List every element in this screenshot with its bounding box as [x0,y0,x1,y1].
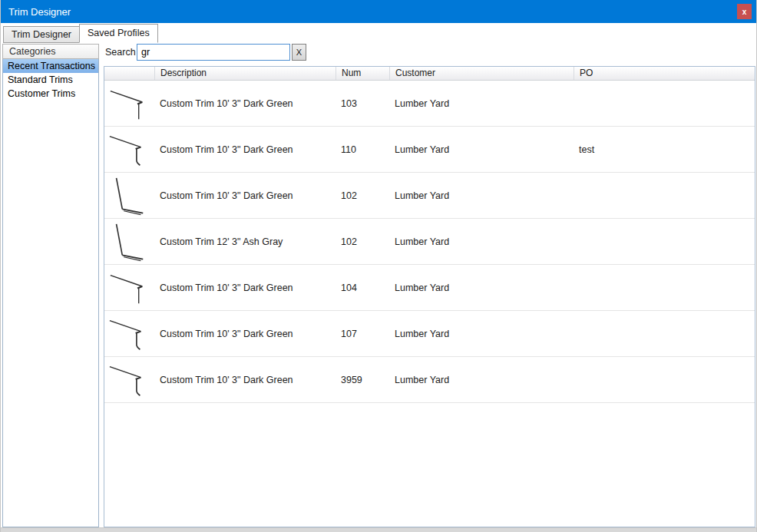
app-window: Trim Designer x Trim DesignerSaved Profi… [0,0,757,532]
tab-strip: Trim DesignerSaved Profiles [1,23,756,43]
row-customer: Lumber Yard [389,144,574,155]
column-header-description[interactable]: Description [154,67,336,80]
search-label: Search [105,45,136,61]
profile-hem-icon [104,311,154,357]
table-row[interactable]: Custom Trim 10' 3" Dark Green104Lumber Y… [104,265,755,311]
sidebar-item-recent-transactions[interactable]: Recent Transactions [3,59,98,73]
row-customer: Lumber Yard [389,329,574,339]
profile-steep-icon [104,219,154,265]
profile-steep-icon [104,173,154,219]
row-num: 102 [336,190,389,201]
row-customer: Lumber Yard [389,283,574,293]
table-row[interactable]: Custom Trim 10' 3" Dark Green103Lumber Y… [104,81,755,127]
row-po: test [574,144,755,155]
row-customer: Lumber Yard [389,190,574,201]
row-description: Custom Trim 10' 3" Dark Green [154,283,336,293]
profile-hem-icon [104,357,154,403]
table-row[interactable]: Custom Trim 10' 3" Dark Green110Lumber Y… [104,127,755,173]
sidebar-item-standard-trims[interactable]: Standard Trims [3,73,98,87]
row-description: Custom Trim 10' 3" Dark Green [154,375,336,385]
row-num: 107 [336,329,389,339]
window-bottom-edge [1,527,756,532]
tab-trim-designer[interactable]: Trim Designer [3,26,80,43]
row-num: 3959 [336,375,389,385]
grid-body: Custom Trim 10' 3" Dark Green103Lumber Y… [104,81,755,403]
profiles-grid: DescriptionNumCustomerPO Custom Trim 10'… [104,66,755,527]
row-num: 103 [336,98,389,109]
clear-search-button[interactable]: X [292,44,306,61]
row-description: Custom Trim 10' 3" Dark Green [154,329,336,339]
column-header-po[interactable]: PO [574,67,755,80]
row-description: Custom Trim 10' 3" Dark Green [154,144,336,155]
table-row[interactable]: Custom Trim 10' 3" Dark Green3959Lumber … [104,357,755,403]
sidebar-item-customer-trims[interactable]: Customer Trims [3,87,98,101]
table-row[interactable]: Custom Trim 10' 3" Dark Green102Lumber Y… [104,173,755,219]
row-customer: Lumber Yard [389,375,574,385]
profile-drip-icon [104,265,154,311]
profile-hem-icon [104,127,154,173]
categories-header: Categories [2,44,99,59]
table-row[interactable]: Custom Trim 10' 3" Dark Green107Lumber Y… [104,311,755,357]
row-num: 110 [336,144,389,155]
title-bar[interactable]: Trim Designer x [1,0,756,23]
row-description: Custom Trim 12' 3" Ash Gray [154,236,336,247]
profile-drip-icon [104,81,154,127]
column-header-icon [104,67,154,80]
tab-saved-profiles[interactable]: Saved Profiles [79,24,158,43]
grid-header: DescriptionNumCustomerPO [104,67,755,81]
close-button[interactable]: x [737,4,752,19]
row-num: 102 [336,236,389,247]
search-input[interactable] [137,44,290,61]
column-header-customer[interactable]: Customer [389,67,574,80]
row-customer: Lumber Yard [389,98,574,109]
row-num: 104 [336,283,389,293]
table-row[interactable]: Custom Trim 12' 3" Ash Gray102Lumber Yar… [104,219,755,265]
column-header-num[interactable]: Num [336,67,389,80]
window-title: Trim Designer [8,6,71,18]
category-list: Recent TransactionsStandard TrimsCustome… [2,59,99,527]
row-description: Custom Trim 10' 3" Dark Green [154,98,336,109]
row-customer: Lumber Yard [389,236,574,247]
clear-icon: X [296,48,302,57]
row-description: Custom Trim 10' 3" Dark Green [154,190,336,201]
close-icon: x [742,8,747,16]
